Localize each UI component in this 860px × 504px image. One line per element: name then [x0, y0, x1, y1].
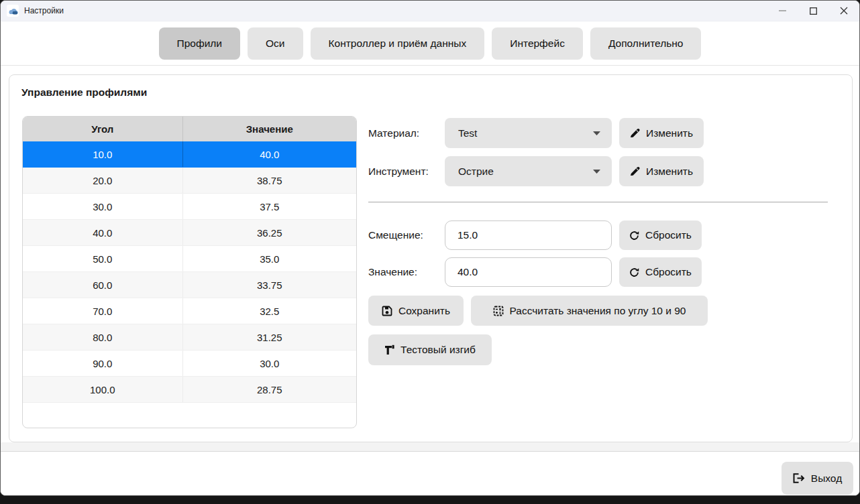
- lower-separator: [1, 442, 859, 452]
- material-edit-button[interactable]: Изменить: [619, 118, 704, 148]
- save-label: Сохранить: [398, 305, 450, 317]
- titlebar: Настройки: [1, 1, 859, 21]
- table-cell: 33.75: [183, 272, 356, 298]
- tool-edit-button[interactable]: Изменить: [619, 156, 704, 186]
- minimize-button[interactable]: [767, 1, 798, 21]
- table-row[interactable]: 40.036.25: [23, 220, 356, 246]
- exit-button[interactable]: Выход: [782, 462, 853, 495]
- tool-dropdown[interactable]: Острие: [445, 156, 612, 186]
- tab-interface[interactable]: Интерфейс: [492, 27, 583, 60]
- window-title: Настройки: [24, 6, 64, 15]
- value-reset-label: Сбросить: [645, 266, 692, 278]
- maximize-button[interactable]: [798, 1, 828, 21]
- table-cell: 32.5: [183, 298, 356, 324]
- table-cell: 100.0: [23, 377, 183, 402]
- table-cell: 35.0: [183, 246, 356, 271]
- offset-label: Смещение:: [368, 220, 423, 250]
- column-header-angle: Угол: [23, 117, 183, 141]
- table-row[interactable]: 90.030.0: [23, 351, 356, 377]
- calculator-icon: [493, 306, 504, 316]
- table-row[interactable]: 100.028.75: [23, 377, 356, 403]
- material-dropdown[interactable]: Test: [445, 118, 612, 148]
- exit-label: Выход: [811, 472, 842, 485]
- table-cell: 31.25: [183, 324, 356, 350]
- profile-management-panel: Управление профилями Угол Значение 10.04…: [9, 74, 853, 442]
- table-cell: 10.0: [23, 141, 183, 167]
- offset-reset-button[interactable]: Сбросить: [619, 220, 702, 250]
- settings-window: Настройки Профили Оси Контроллер и приём…: [0, 0, 860, 496]
- bottom-bar: Выход: [1, 452, 859, 495]
- tab-bar: Профили Оси Контроллер и приём данных Ин…: [1, 21, 859, 66]
- save-icon: [382, 306, 392, 316]
- table-cell: 30.0: [183, 351, 356, 376]
- pencil-icon: [630, 128, 640, 138]
- tool-selected-value: Острие: [458, 166, 494, 178]
- calculate-label: Рассчитать значения по углу 10 и 90: [510, 305, 686, 317]
- bend-icon: [384, 344, 394, 355]
- window-controls: [767, 1, 859, 21]
- table-row[interactable]: 80.031.25: [23, 324, 356, 351]
- panel-title: Управление профилями: [21, 86, 147, 99]
- table-header: Угол Значение: [23, 117, 356, 141]
- table-cell: 40.0: [23, 220, 183, 245]
- table-cell: 60.0: [23, 272, 183, 298]
- close-button[interactable]: [828, 1, 859, 21]
- tab-profiles[interactable]: Профили: [159, 27, 241, 60]
- tab-controller[interactable]: Контроллер и приём данных: [311, 27, 485, 60]
- test-bend-label: Тестовый изгиб: [400, 344, 476, 356]
- calculate-button[interactable]: Рассчитать значения по углу 10 и 90: [471, 296, 708, 326]
- value-input[interactable]: [445, 257, 612, 287]
- tab-axes[interactable]: Оси: [248, 27, 303, 60]
- table-cell: 40.0: [183, 141, 356, 167]
- table-cell: 80.0: [23, 324, 183, 350]
- pencil-icon: [630, 166, 640, 176]
- value-reset-button[interactable]: Сбросить: [619, 257, 702, 287]
- table-cell: 36.25: [183, 220, 356, 245]
- app-icon: [7, 5, 19, 17]
- table-row[interactable]: 10.040.0: [23, 141, 356, 168]
- table-row[interactable]: 60.033.75: [23, 272, 356, 298]
- value-label: Значение:: [368, 257, 417, 287]
- table-cell: 70.0: [23, 298, 183, 324]
- exit-icon: [793, 473, 805, 483]
- tool-edit-label: Изменить: [646, 166, 693, 178]
- table-cell: 50.0: [23, 246, 183, 271]
- table-row[interactable]: 20.038.75: [23, 168, 356, 194]
- table-row[interactable]: 50.035.0: [23, 246, 356, 272]
- table-cell: 28.75: [183, 377, 356, 402]
- profile-table-body: 10.040.020.038.7530.037.540.036.2550.035…: [23, 141, 356, 403]
- offset-reset-label: Сбросить: [645, 229, 692, 241]
- table-cell: 90.0: [23, 351, 183, 376]
- save-button[interactable]: Сохранить: [368, 296, 464, 326]
- table-row[interactable]: 70.032.5: [23, 298, 356, 324]
- material-label: Материал:: [368, 118, 419, 148]
- profile-table: Угол Значение 10.040.020.038.7530.037.54…: [22, 116, 357, 428]
- table-cell: 37.5: [183, 194, 356, 219]
- chevron-down-icon: [593, 170, 600, 174]
- table-row[interactable]: 30.037.5: [23, 194, 356, 220]
- table-cell: 20.0: [23, 168, 183, 193]
- tool-label: Инструмент:: [368, 156, 429, 186]
- refresh-icon: [629, 231, 639, 241]
- refresh-icon: [629, 267, 639, 277]
- table-cell: 30.0: [23, 194, 183, 219]
- material-selected-value: Test: [458, 127, 477, 139]
- material-edit-label: Изменить: [646, 127, 693, 139]
- chevron-down-icon: [593, 131, 600, 135]
- offset-input[interactable]: [445, 220, 612, 250]
- tab-additional[interactable]: Дополнительно: [590, 27, 702, 60]
- table-cell: 38.75: [183, 168, 356, 193]
- section-divider: [368, 202, 828, 202]
- test-bend-button[interactable]: Тестовый изгиб: [368, 334, 492, 365]
- column-header-value: Значение: [183, 117, 356, 141]
